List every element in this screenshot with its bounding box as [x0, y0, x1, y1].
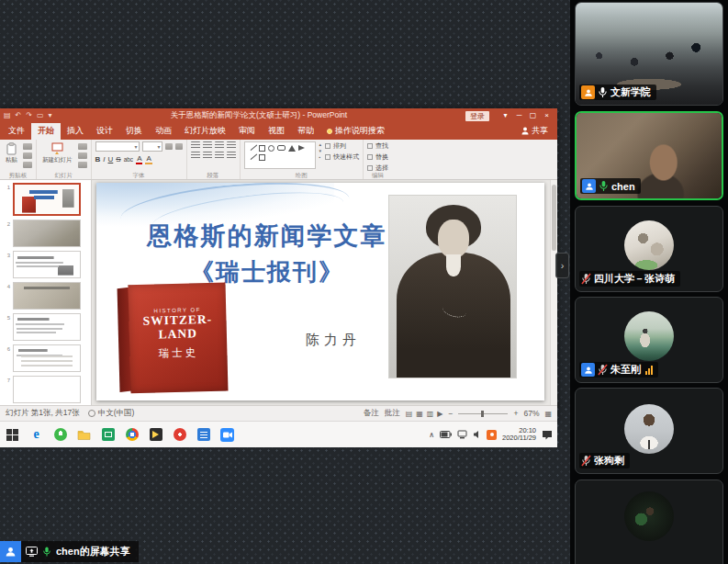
section-icon[interactable]: [78, 162, 87, 168]
tell-me-search[interactable]: 操作说明搜索: [320, 123, 391, 140]
layout-icon[interactable]: [78, 143, 87, 150]
fit-to-window-icon[interactable]: ▦: [544, 410, 552, 418]
tab-review[interactable]: 审阅: [232, 123, 262, 140]
ribbon-display-options-button[interactable]: ▾: [498, 109, 512, 122]
paste-button[interactable]: 粘贴: [4, 141, 19, 164]
cut-icon[interactable]: [23, 143, 32, 150]
language-indicator[interactable]: 中文(中国): [88, 408, 135, 419]
media-player-icon[interactable]: [148, 427, 163, 443]
clear-formatting-button[interactable]: abc: [124, 154, 133, 164]
font-name-combobox[interactable]: ▾: [95, 141, 140, 152]
zoom-percentage[interactable]: 67%: [523, 409, 539, 418]
green-browser-icon[interactable]: [52, 427, 68, 443]
grow-font-icon[interactable]: [165, 143, 173, 150]
slide-thumbnail-2[interactable]: 2: [3, 220, 86, 247]
participant-tile-4[interactable]: 朱至刚: [575, 297, 723, 383]
tab-view[interactable]: 视图: [262, 123, 291, 140]
tab-slideshow[interactable]: 幻灯片放映: [178, 123, 232, 140]
slide-thumbnail-4[interactable]: 4: [3, 282, 86, 310]
tab-home[interactable]: 开始: [31, 123, 61, 140]
copy-icon[interactable]: [23, 152, 32, 159]
indent-decrease-icon[interactable]: [215, 141, 224, 149]
align-left-icon[interactable]: [191, 152, 200, 159]
slide-thumbnail-5[interactable]: 5: [3, 313, 86, 341]
blue-doc-app-icon[interactable]: [196, 427, 211, 443]
minimize-button[interactable]: ─: [512, 109, 526, 122]
participant-tile-1[interactable]: 文新学院: [575, 2, 723, 106]
new-slide-button[interactable]: 新建幻灯片: [40, 141, 74, 164]
strikethrough-button[interactable]: S: [116, 154, 120, 164]
start-slideshow-icon[interactable]: ▭: [37, 111, 44, 120]
font-color-button[interactable]: A: [136, 154, 142, 164]
tab-help[interactable]: 帮助: [291, 123, 320, 140]
slide-thumbnail-7[interactable]: 7: [3, 376, 86, 403]
reading-view-icon[interactable]: ▥: [427, 410, 434, 418]
tab-insert[interactable]: 插入: [61, 123, 90, 140]
signin-button[interactable]: 登录: [465, 111, 489, 121]
action-center-icon[interactable]: [542, 430, 553, 440]
gallery-more-icon[interactable]: ▪: [319, 154, 322, 160]
slide-sorter-view-icon[interactable]: ▦: [416, 410, 423, 418]
arrange-button[interactable]: 排列: [325, 141, 359, 151]
align-center-icon[interactable]: [203, 152, 212, 159]
tab-file[interactable]: 文件: [2, 123, 31, 140]
redo-icon[interactable]: ↷: [26, 111, 32, 120]
current-slide[interactable]: 恩格斯的新闻学文章 《瑞士报刊》 HISTORY OF SWITZER- LAN…: [96, 183, 544, 400]
network-icon[interactable]: [457, 430, 467, 439]
participant-tile-2-active-speaker[interactable]: chen: [575, 111, 723, 200]
tencent-meeting-icon[interactable]: [219, 427, 235, 443]
slide-thumbnail-3[interactable]: 3: [3, 251, 86, 278]
zoom-out-button[interactable]: −: [448, 409, 453, 418]
shrink-font-icon[interactable]: [175, 143, 183, 150]
align-right-icon[interactable]: [215, 152, 224, 159]
red-app-icon[interactable]: [172, 427, 187, 443]
scrollbar-thumb[interactable]: [552, 185, 556, 251]
sidebar-collapse-button[interactable]: ›: [555, 253, 569, 278]
slide-scrollbar[interactable]: [550, 180, 557, 405]
restore-button[interactable]: ▢: [526, 109, 540, 122]
find-button[interactable]: 查找: [367, 141, 388, 151]
battery-icon[interactable]: [440, 431, 452, 438]
zoom-in-button[interactable]: +: [513, 409, 518, 418]
file-explorer-icon[interactable]: [76, 427, 92, 443]
indent-increase-icon[interactable]: [227, 141, 236, 149]
green-app-icon[interactable]: [100, 427, 116, 443]
line-spacing-icon[interactable]: [227, 152, 236, 159]
participant-tile-6[interactable]: [575, 479, 723, 564]
tray-expand-icon[interactable]: ∧: [429, 431, 434, 439]
quick-styles-button[interactable]: 快速样式: [325, 152, 359, 162]
normal-view-icon[interactable]: ▤: [406, 410, 413, 418]
security-tray-icon[interactable]: [487, 430, 497, 440]
participant-tile-5[interactable]: 张狗剩: [575, 388, 723, 474]
underline-button[interactable]: U: [108, 154, 114, 164]
bold-button[interactable]: B: [95, 154, 101, 164]
gallery-up-icon[interactable]: ▴: [319, 141, 322, 147]
slide-thumbnail-6[interactable]: 6: [3, 344, 86, 372]
speaker-icon[interactable]: [473, 430, 481, 439]
comments-button[interactable]: 批注: [385, 408, 400, 419]
format-painter-icon[interactable]: [23, 162, 32, 168]
tab-transitions[interactable]: 切换: [119, 123, 149, 140]
chrome-browser-icon[interactable]: [124, 427, 140, 443]
tab-animations[interactable]: 动画: [149, 123, 178, 140]
highlight-color-button[interactable]: A: [145, 154, 151, 164]
start-button[interactable]: [5, 427, 20, 443]
bullets-icon[interactable]: [191, 141, 200, 149]
tab-design[interactable]: 设计: [90, 123, 119, 140]
close-button[interactable]: ×: [540, 109, 554, 122]
numbering-icon[interactable]: [203, 141, 212, 149]
participant-tile-3[interactable]: 四川大学－张诗萌: [575, 206, 723, 292]
undo-icon[interactable]: ↶: [16, 111, 22, 120]
shapes-gallery[interactable]: [244, 141, 316, 169]
reset-icon[interactable]: [78, 152, 87, 159]
replace-button[interactable]: 替换: [367, 152, 388, 162]
save-icon[interactable]: ▤: [4, 111, 11, 120]
zoom-slider-thumb[interactable]: [481, 411, 484, 417]
slideshow-view-icon[interactable]: ▶: [437, 410, 442, 418]
font-size-combobox[interactable]: ▾: [142, 141, 162, 152]
notes-button[interactable]: 备注: [364, 408, 379, 419]
gallery-down-icon[interactable]: ▾: [319, 148, 322, 153]
zoom-slider[interactable]: [458, 413, 508, 414]
taskbar-clock[interactable]: 20:10 2020/11/29: [502, 427, 536, 443]
italic-button[interactable]: I: [103, 154, 105, 164]
